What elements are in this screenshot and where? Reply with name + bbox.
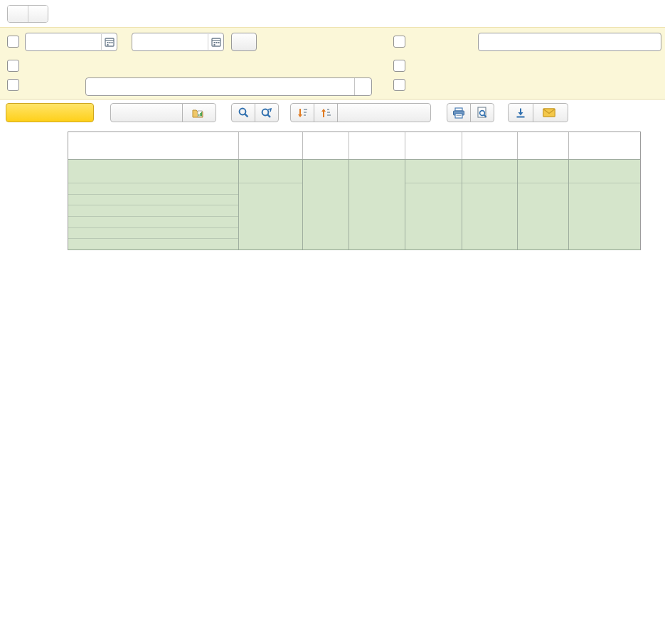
envelope-icon	[543, 108, 555, 117]
sort-descending-icon	[297, 107, 309, 119]
col-income-sub[interactable]	[239, 183, 302, 249]
print-preview-icon	[477, 107, 488, 119]
settings-button[interactable]	[110, 103, 183, 122]
report-variants-button[interactable]	[182, 103, 216, 122]
app-window	[0, 0, 665, 644]
col-tax-base[interactable]	[349, 160, 405, 249]
nav-buttons	[7, 5, 48, 23]
printer-icon	[452, 107, 465, 119]
col-remaining-sub[interactable]	[518, 183, 568, 249]
save-download-icon	[515, 107, 526, 119]
header-organization[interactable]	[68, 160, 238, 183]
report-grid	[68, 132, 641, 250]
col-deductions[interactable]	[303, 160, 349, 249]
col-income[interactable]	[239, 160, 302, 183]
sort-group	[290, 103, 431, 122]
forward-button[interactable]	[28, 6, 48, 22]
find-next-button[interactable]	[255, 103, 279, 122]
back-button[interactable]	[8, 6, 28, 22]
print-button[interactable]	[447, 103, 471, 122]
col-calculated-sub[interactable]	[405, 183, 462, 249]
col-calculated[interactable]	[405, 160, 462, 183]
report-variant-icon	[192, 108, 203, 118]
search-next-icon	[260, 107, 273, 119]
col-withheld[interactable]	[462, 160, 517, 183]
report-header	[68, 160, 640, 250]
by-employees-checkbox[interactable]	[393, 60, 405, 72]
send-mail-button[interactable]	[533, 103, 568, 122]
employee-dropdown-button[interactable]	[354, 78, 371, 95]
period-more-button[interactable]	[231, 33, 257, 51]
sort-ascending-button[interactable]	[314, 103, 338, 122]
search-group	[231, 103, 279, 122]
employee-value	[86, 78, 354, 95]
excess-checkbox[interactable]	[7, 60, 19, 72]
expand-to-button[interactable]	[337, 103, 431, 122]
sort-ascending-icon	[320, 107, 332, 119]
sort-descending-button[interactable]	[290, 103, 314, 122]
print-preview-button[interactable]	[470, 103, 494, 122]
settings-group	[110, 103, 216, 122]
filter-panel	[0, 27, 665, 100]
report-toolbar	[0, 100, 665, 127]
header-ifns[interactable]	[68, 205, 238, 217]
period-to-wrap	[132, 33, 224, 51]
period-from-wrap	[25, 33, 117, 51]
title-bar	[0, 0, 665, 27]
organization-input[interactable]	[478, 33, 661, 51]
header-tax-period[interactable]	[68, 183, 238, 195]
generate-button[interactable]	[6, 103, 94, 122]
employee-combobox[interactable]	[85, 77, 372, 96]
header-registrar[interactable]	[68, 239, 238, 249]
calendar-icon[interactable]	[208, 34, 223, 50]
print-group	[447, 103, 494, 122]
report-area	[0, 127, 665, 644]
col-remaining[interactable]	[518, 160, 568, 183]
search-icon	[238, 107, 250, 119]
header-employee-2[interactable]	[68, 228, 238, 240]
export-group	[508, 103, 568, 122]
period-checkbox[interactable]	[7, 36, 19, 48]
organization-checkbox[interactable]	[393, 36, 405, 48]
col-withheld-sub[interactable]	[462, 183, 517, 249]
header-employee[interactable]	[68, 195, 238, 206]
header-month[interactable]	[68, 217, 238, 228]
col-transferred[interactable]	[569, 160, 640, 183]
col-transferred-sub[interactable]	[569, 183, 640, 249]
save-button[interactable]	[508, 103, 533, 122]
report-title	[68, 132, 238, 138]
calendar-icon[interactable]	[101, 34, 117, 50]
find-button[interactable]	[231, 103, 255, 122]
deductions-checkbox[interactable]	[393, 79, 405, 91]
employee-checkbox[interactable]	[7, 79, 19, 91]
report-title-row	[68, 132, 640, 160]
